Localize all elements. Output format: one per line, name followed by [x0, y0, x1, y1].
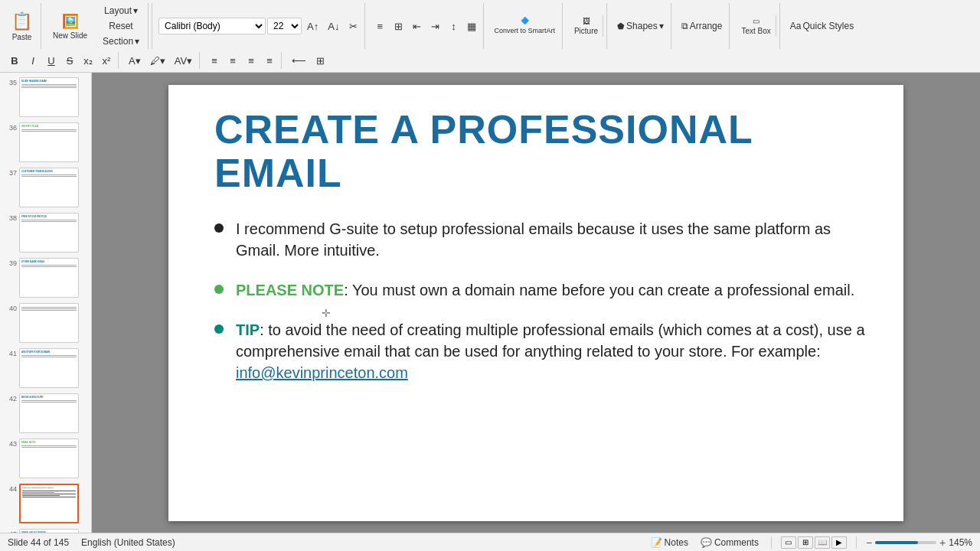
clear-format-button[interactable]: ✂ — [345, 18, 361, 34]
normal-view-button[interactable]: ▭ — [781, 536, 796, 549]
paste-label: Paste — [12, 33, 32, 41]
canvas-area: ✛ CREATE A PROFESSIONAL EMAIL I recommen… — [92, 73, 980, 533]
slide-thumb-36[interactable]: 36 SHOPIFY PLAN — [3, 121, 88, 164]
bullet-dot-1 — [214, 223, 224, 233]
notes-icon: 📝 — [651, 537, 662, 548]
convert-group: 🔷 Convert to SmartArt — [487, 3, 563, 49]
slide-thumb-37[interactable]: 37 CUSTOMER TEAM BUILDER — [3, 166, 88, 209]
shapes-button[interactable]: ⬟ Shapes ▾ — [613, 18, 668, 34]
char-spacing-button[interactable]: AV▾ — [171, 52, 196, 69]
increase-indent-button[interactable]: ⇥ — [426, 18, 443, 34]
slide-thumb-40[interactable]: 40 — [3, 302, 88, 344]
layout-button[interactable]: Layout ▾ — [100, 3, 142, 18]
status-left: Slide 44 of 145 English (United States) — [8, 537, 175, 548]
zoom-minus-button[interactable]: − — [866, 536, 872, 549]
textbox-group: ▭ Text Box — [733, 3, 779, 49]
text-style-group: A▾ 🖊▾ AV▾ — [122, 52, 200, 69]
notes-label: Notes — [665, 537, 688, 548]
slide-preview-38: FREE STOCK PHOTOS — [19, 213, 79, 253]
increase-font-button[interactable]: A↑ — [303, 18, 322, 34]
slide-preview-41: ANOTHER YOUR DOMAIN — [19, 348, 79, 388]
toolbar-row1: 📋 Paste 🖼️ New Slide Layout ▾ Reset Sect… — [3, 2, 977, 51]
reset-button[interactable]: Reset — [105, 18, 136, 34]
main-area: 35 SLIDE HEADING NAME 36 SHOPIFY PLAN 37 — [0, 73, 980, 533]
text-direction-button[interactable]: ⟵ — [288, 52, 310, 69]
status-separator-1 — [771, 536, 772, 549]
slide-thumb-44[interactable]: 44 CREATE A PROFESSIONAL EMAIL — [3, 482, 88, 525]
slide-canvas[interactable]: ✛ CREATE A PROFESSIONAL EMAIL I recommen… — [168, 85, 903, 521]
slide-number-35: 35 — [5, 77, 17, 86]
slideshow-button[interactable]: ▶ — [831, 536, 847, 549]
arrange-label: Arrange — [690, 21, 723, 31]
toolbar-row2: B I U S x₂ x² A▾ 🖊▾ AV▾ ≡ ≡ ≡ ≡ ⟵ ⊞ — [3, 51, 977, 70]
slide-thumb-35[interactable]: 35 SLIDE HEADING NAME — [3, 76, 88, 119]
decrease-indent-button[interactable]: ⇤ — [408, 18, 425, 34]
status-bar: Slide 44 of 145 English (United States) … — [0, 533, 980, 551]
slide-thumb-39[interactable]: 39 STORE NAME IDEAS — [3, 256, 88, 299]
columns-button[interactable]: ▦ — [463, 18, 480, 34]
slide-thumb-43[interactable]: 43 EMAIL NOTE — [3, 437, 88, 480]
slide-number-41: 41 — [5, 348, 17, 357]
numbering-button[interactable]: ⊞ — [390, 18, 407, 34]
text-highlight-button[interactable]: 🖊▾ — [146, 52, 169, 69]
clipboard-group: 📋 Paste — [3, 3, 41, 49]
view-icons: ▭ ⊞ 📖 ▶ — [781, 536, 847, 549]
justify-button[interactable]: ≡ — [261, 52, 278, 69]
slide-thumb-42[interactable]: 42 BEGIN A DISCOUNT — [3, 392, 88, 435]
new-slide-button[interactable]: 🖼️ New Slide — [47, 11, 93, 42]
align-text-button[interactable]: ⊞ — [312, 52, 328, 69]
please-note-label: PLEASE NOTE — [236, 282, 344, 298]
picture-button[interactable]: 🖼 Picture — [569, 15, 603, 37]
textbox-label: Text Box — [741, 27, 770, 35]
slide-bullets: I recommend G-suite to setup professiona… — [214, 218, 865, 383]
subscript-button[interactable]: x₂ — [80, 52, 96, 69]
slide-sorter-button[interactable]: ⊞ — [798, 536, 813, 549]
font-size-select[interactable]: 22 — [267, 18, 302, 34]
slide-preview-44: CREATE A PROFESSIONAL EMAIL — [19, 484, 79, 523]
slide-info: Slide 44 of 145 — [8, 537, 69, 548]
line-spacing-button[interactable]: ↕ — [445, 18, 462, 34]
comments-button[interactable]: 💬 Comments — [697, 537, 762, 548]
slide-preview-43: EMAIL NOTE — [19, 439, 79, 478]
strikethrough-button[interactable]: S — [61, 52, 78, 69]
comments-label: Comments — [714, 537, 759, 548]
slide-thumb-45[interactable]: 45 GMAIL HELP CENTER — [3, 527, 88, 533]
slide-number-43: 43 — [5, 439, 17, 448]
notes-button[interactable]: 📝 Notes — [648, 537, 691, 548]
underline-button[interactable]: U — [43, 52, 60, 69]
status-right: 📝 Notes 💬 Comments ▭ ⊞ 📖 ▶ − + 145% — [648, 536, 972, 549]
bullet-dot-3 — [214, 324, 224, 334]
shapes-dropdown-icon: ▾ — [659, 21, 664, 31]
new-slide-icon: 🖼️ — [62, 13, 79, 30]
align-center-button[interactable]: ≡ — [224, 52, 241, 69]
font-color-button[interactable]: A▾ — [125, 52, 145, 69]
picture-icon: 🖼 — [583, 17, 590, 25]
zoom-slider[interactable] — [875, 541, 936, 544]
section-dropdown-icon: ▾ — [135, 36, 139, 47]
bold-button[interactable]: B — [6, 52, 23, 69]
bullet-text-3: TIP: to avoid the need of creating multi… — [236, 319, 865, 383]
email-link[interactable]: info@kevinprinceton.com — [236, 364, 408, 381]
textbox-button[interactable]: ▭ Text Box — [736, 15, 776, 37]
italic-button[interactable]: I — [24, 52, 41, 69]
zoom-plus-button[interactable]: + — [939, 536, 946, 549]
reading-view-button[interactable]: 📖 — [815, 536, 830, 549]
zoom-level: 145% — [949, 537, 972, 548]
align-left-button[interactable]: ≡ — [206, 52, 223, 69]
bullet-text-2: PLEASE NOTE: You must own a domain name … — [236, 279, 865, 301]
slide-number-37: 37 — [5, 168, 17, 177]
bullets-button[interactable]: ≡ — [371, 18, 388, 34]
superscript-button[interactable]: x² — [98, 52, 115, 69]
slide-number-36: 36 — [5, 122, 17, 132]
quick-styles-button[interactable]: Aa Quick Styles — [786, 18, 858, 34]
paste-button[interactable]: 📋 Paste — [6, 9, 38, 44]
slide-thumb-41[interactable]: 41 ANOTHER YOUR DOMAIN — [3, 347, 88, 390]
align-right-button[interactable]: ≡ — [243, 52, 260, 69]
slide-thumb-38[interactable]: 38 FREE STOCK PHOTOS — [3, 211, 88, 254]
quickstyles-group: Aa Quick Styles — [783, 3, 861, 49]
convert-smartart-button[interactable]: 🔷 Convert to SmartArt — [490, 15, 559, 37]
section-button[interactable]: Section ▾ — [99, 34, 143, 49]
decrease-font-button[interactable]: A↓ — [324, 18, 343, 34]
font-family-select[interactable]: Calibri (Body) — [158, 18, 266, 34]
arrange-button[interactable]: ⧉ Arrange — [678, 18, 727, 34]
